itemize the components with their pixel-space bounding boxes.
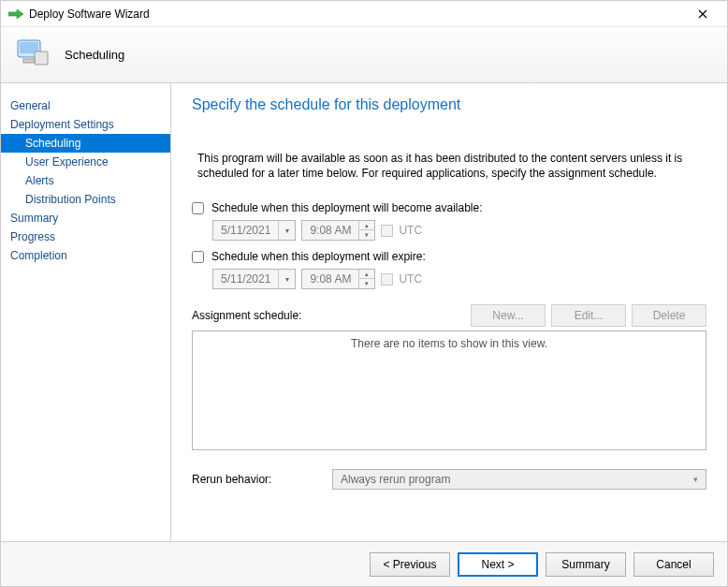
- page-heading: Specify the schedule for this deployment: [192, 96, 706, 113]
- schedule-available-checkbox[interactable]: [192, 202, 204, 214]
- spinner-icon: ▴▾: [358, 221, 374, 240]
- calendar-drop-icon: ▾: [278, 270, 295, 288]
- sidebar-item-deployment-settings[interactable]: Deployment Settings: [1, 115, 170, 134]
- main-panel: Specify the schedule for this deployment…: [171, 83, 727, 543]
- window-title: Deploy Software Wizard: [29, 7, 686, 21]
- header-banner: Scheduling: [1, 27, 727, 83]
- sidebar-item-scheduling[interactable]: Scheduling: [1, 134, 170, 153]
- chevron-down-icon: ▾: [693, 475, 698, 484]
- sidebar-item-completion[interactable]: Completion: [1, 246, 170, 265]
- computer-icon: [14, 35, 51, 75]
- sidebar-nav: GeneralDeployment SettingsSchedulingUser…: [1, 83, 171, 543]
- sidebar-item-user-experience[interactable]: User Experience: [1, 153, 170, 171]
- sidebar-item-distribution-points[interactable]: Distribution Points: [1, 190, 170, 209]
- wizard-footer: < Previous Next > Summary Cancel: [1, 541, 727, 586]
- expire-date-picker[interactable]: 5/11/2021 ▾: [212, 269, 296, 289]
- sidebar-item-alerts[interactable]: Alerts: [1, 171, 170, 190]
- intro-text: This program will be available as soon a…: [197, 151, 706, 181]
- calendar-drop-icon: ▾: [278, 221, 295, 240]
- close-button[interactable]: [686, 1, 720, 27]
- assignment-label: Assignment schedule:: [192, 309, 465, 322]
- rerun-label: Rerun behavior:: [192, 473, 332, 486]
- expire-utc-label: UTC: [399, 272, 422, 286]
- listbox-empty-text: There are no items to show in this view.: [351, 337, 547, 449]
- available-utc-checkbox[interactable]: [381, 225, 393, 237]
- delete-button[interactable]: Delete: [632, 304, 706, 327]
- svg-rect-2: [35, 51, 48, 65]
- sidebar-item-general[interactable]: General: [1, 96, 170, 115]
- assignment-listbox[interactable]: There are no items to show in this view.: [192, 330, 706, 450]
- spinner-icon: ▴▾: [358, 270, 374, 288]
- step-name: Scheduling: [65, 48, 124, 62]
- available-date-picker[interactable]: 5/11/2021 ▾: [212, 220, 296, 241]
- available-utc-label: UTC: [399, 224, 422, 237]
- next-button[interactable]: Next >: [458, 552, 538, 577]
- sidebar-item-summary[interactable]: Summary: [1, 209, 170, 227]
- schedule-available-label: Schedule when this deployment will becom…: [211, 201, 483, 214]
- schedule-expire-checkbox[interactable]: [192, 251, 204, 263]
- expire-time-picker[interactable]: 9:08 AM ▴▾: [301, 269, 375, 289]
- summary-button[interactable]: Summary: [546, 552, 626, 577]
- cancel-button[interactable]: Cancel: [633, 552, 714, 577]
- titlebar: Deploy Software Wizard: [1, 1, 727, 27]
- sidebar-item-progress[interactable]: Progress: [1, 227, 170, 246]
- previous-button[interactable]: < Previous: [370, 552, 450, 577]
- rerun-behavior-select[interactable]: Always rerun program ▾: [332, 469, 706, 490]
- new-button[interactable]: New...: [471, 304, 546, 327]
- expire-utc-checkbox[interactable]: [381, 273, 393, 286]
- schedule-expire-label: Schedule when this deployment will expir…: [211, 250, 426, 263]
- wizard-arrow-icon: [8, 8, 23, 20]
- svg-rect-3: [23, 59, 35, 63]
- edit-button[interactable]: Edit...: [551, 304, 626, 327]
- available-time-picker[interactable]: 9:08 AM ▴▾: [301, 220, 375, 241]
